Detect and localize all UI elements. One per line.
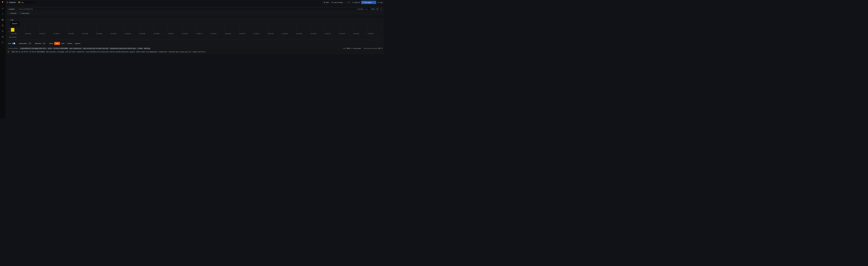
svg-point-11 [7,2,8,3]
x-tick: 13:20:26 [282,33,296,34]
y-tick: 1 [9,28,9,29]
x-tick: 13:20:20 [239,33,253,34]
dedup-none-button[interactable]: none [54,42,60,45]
time-range-picker[interactable]: Last 5 minutes [330,1,347,4]
chart-legend: warning [9,36,382,38]
compass-icon[interactable] [1,24,4,27]
time-toggle[interactable] [12,42,15,44]
logs-header[interactable]: Logs [8,19,382,21]
logs-controls: Time Unique labels Wrap lines Dedup none… [8,40,382,45]
query-input[interactable]: {source="falco"} [18,7,356,10]
svg-marker-9 [2,25,3,26]
loki-icon [19,2,20,3]
query-elapsed: 0.1s [371,8,375,10]
run-query-button[interactable]: Run Query [361,1,376,4]
svg-rect-7 [2,20,2,20]
wrap-lines-toggle[interactable] [42,42,45,44]
x-tick: 13:20:28 [296,33,310,34]
shield-icon[interactable] [1,41,4,44]
x-tick: 13:20:38 [368,33,382,34]
log-message: 13:19:47.663118080: Warning K8s configma… [29,51,206,53]
split-button[interactable]: Split [322,1,330,4]
logs-panel: Logs 1 0 13:19:4813:19:5013:19:5213:19:5… [7,18,384,54]
datasource-picker[interactable]: Loki [18,1,37,4]
x-tick: 13:20:30 [310,33,325,34]
logs-histogram[interactable]: 1 0 [9,25,382,33]
x-tick: 13:19:54 [54,33,68,34]
add-query-button[interactable]: Add query [7,12,18,15]
x-tick: 13:20:16 [211,33,225,34]
common-label-tag: falco [48,47,53,49]
log-level-bar-icon [8,51,8,53]
plus-icon[interactable] [1,12,4,16]
unique-labels-toggle[interactable] [28,42,31,44]
line-limit-label: Line limit [358,8,363,9]
zoom-out-button[interactable] [347,1,350,4]
x-tick: 13:20:02 [111,33,125,34]
x-tick: 13:20:22 [253,33,268,34]
svg-point-10 [2,37,3,37]
log-ts-date: 2021-02-14 [11,51,20,53]
svg-point-8 [2,25,3,26]
log-labels-picker[interactable]: Log labels [7,7,18,10]
limit-label: Limit: [343,47,346,49]
svg-line-17 [349,3,349,3]
svg-rect-4 [2,19,2,20]
x-tick: 13:20:06 [139,33,154,34]
nav-tooltip: Explore [10,22,19,26]
svg-point-20 [377,9,377,9]
query-inspector-button[interactable] [376,8,379,10]
dedup-exact-button[interactable]: exact [60,42,66,45]
log-row[interactable]: 2021-02-14 13:19:47 13:19:47.663118080: … [8,51,382,53]
line-limit-input[interactable] [364,8,370,10]
gear-icon[interactable] [1,35,4,38]
svg-marker-12 [7,2,8,3]
search-icon[interactable] [1,7,4,10]
svg-rect-5 [3,19,3,20]
x-tick: 13:20:04 [125,33,139,34]
bell-icon[interactable] [1,29,4,33]
query-panel: Log labels {source="falco"} Line limit 0… [7,7,384,16]
grafana-logo-icon[interactable] [1,1,4,4]
x-tick: 13:19:56 [68,33,82,34]
chevron-down-icon [34,2,35,3]
dedup-numbers-button[interactable]: numbers [66,42,74,45]
common-label-tag: create [137,47,143,49]
topbar: Explore Loki Split Last 5 minutes [5,0,385,5]
wrap-lines-toggle-label: Wrap lines [35,43,41,44]
live-button[interactable]: Live [376,1,384,4]
log-ts-time: 13:19:47 [21,51,28,53]
limit-value: 1000 (1 returned) [347,47,361,49]
clear-all-button[interactable]: Clear All [351,1,361,4]
svg-marker-19 [378,2,379,3]
x-tick: 13:20:18 [225,33,239,34]
common-label-tag: system:serviceaccount:cattle-sys… [110,47,137,49]
unique-labels-toggle-label: Unique labels [19,43,27,44]
compass-icon [7,1,8,3]
common-label-tag: aws-credentials [69,47,82,49]
bytes-label: Total bytes processed: [364,47,377,49]
dashboards-icon[interactable] [1,18,4,22]
chevron-right-icon[interactable] [9,51,10,52]
time-toggle-label: Time [8,43,11,44]
histogram-bar [11,28,14,32]
svg-point-0 [2,8,3,9]
remove-query-button[interactable] [379,8,383,10]
x-tick: 13:20:36 [353,33,367,34]
datasource-name: Loki [21,1,24,3]
dedup-signature-button[interactable]: signature [73,42,82,45]
common-labels-title: Common labels: [8,47,19,49]
x-tick: 13:19:48 [10,33,25,34]
chevron-down-icon [8,20,9,21]
chevron-down-icon[interactable] [373,2,375,3]
bytes-value: 207 B [378,47,382,49]
x-tick: 13:20:34 [339,33,353,34]
common-label-tag: {aws_access_key_id:super-secret} [83,47,109,49]
x-tick: 13:19:58 [82,33,96,34]
x-tick: 13:20:24 [268,33,282,34]
query-history-button[interactable]: Query history [19,12,30,15]
y-tick: 0 [9,31,9,32]
common-label-tag: Create/Modify Configmap With Pri… [20,47,47,49]
x-tick: 13:19:50 [25,33,39,34]
x-tick: 13:19:52 [39,33,54,34]
